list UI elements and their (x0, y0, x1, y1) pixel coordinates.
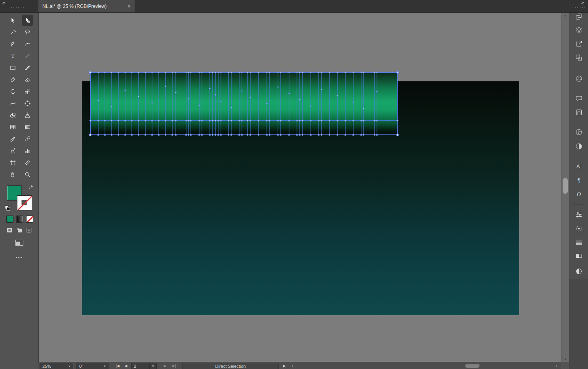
artboards-icon (575, 54, 583, 62)
sliders-icon (575, 211, 583, 219)
tool-symbol-sprayer[interactable] (7, 145, 18, 156)
panel-artboards-button[interactable] (573, 52, 584, 63)
scroll-left-icon[interactable]: ‹ (289, 362, 295, 369)
horizontal-scroll-thumb[interactable] (465, 364, 480, 368)
draw-normal-button[interactable] (6, 227, 13, 234)
current-tool-status[interactable]: Direct Selection (182, 363, 279, 369)
canvas-area[interactable] (38, 12, 561, 362)
panel-comments-button[interactable] (573, 93, 584, 104)
default-fill-stroke-icon[interactable] (5, 205, 10, 211)
edit-toolbar-button[interactable]: ••• (0, 255, 38, 260)
close-tab-icon[interactable]: × (127, 4, 131, 9)
horizontal-scrollbar[interactable] (295, 362, 554, 369)
scroll-down-icon[interactable]: ∨ (561, 357, 569, 361)
zoom-chevron-icon[interactable]: ∨ (66, 363, 73, 369)
panel-color-button[interactable] (573, 127, 584, 138)
collapse-left-panel-icon[interactable]: « (2, 0, 5, 6)
panel-sliders-button[interactable] (573, 209, 584, 220)
gradient-button[interactable] (16, 216, 23, 223)
tool-gradient[interactable] (22, 121, 33, 132)
tool-selection[interactable] (7, 15, 18, 26)
tool-lasso[interactable] (22, 26, 33, 38)
none-button[interactable] (26, 216, 33, 223)
document-tab[interactable]: NL.ai* @ 25 % (RGB/Preview) × (38, 0, 135, 12)
scroll-up-icon[interactable]: ∧ (561, 14, 569, 18)
tool-column-graph[interactable] (22, 145, 33, 156)
color-button[interactable] (6, 216, 13, 223)
panel-layers-button[interactable] (573, 25, 584, 36)
tool-eyedropper[interactable] (7, 133, 18, 144)
tool-scale[interactable] (22, 86, 33, 97)
change-screen-mode-button[interactable] (15, 239, 24, 246)
panel-transparency-button[interactable] (573, 266, 584, 277)
layers-icon (575, 26, 583, 34)
none-slash-icon (26, 216, 33, 223)
panel-libraries-button[interactable] (573, 107, 584, 118)
panel-texture-button[interactable] (573, 223, 584, 234)
panel-character-button[interactable]: A (573, 161, 584, 172)
panel-color-wheel-button[interactable] (573, 73, 584, 84)
vertical-scroll-thumb[interactable] (563, 178, 568, 194)
tab-bar: « NL.ai* @ 25 % (RGB/Preview) × (0, 0, 588, 13)
tool-mesh[interactable] (7, 121, 18, 132)
svg-text:¶: ¶ (578, 178, 580, 184)
zoom-level-dropdown[interactable]: 25% ∨ (40, 363, 73, 369)
rectangle-tool-icon (10, 64, 16, 71)
stroke-swatch[interactable] (17, 195, 32, 210)
toolbox-grip[interactable] (10, 6, 25, 8)
tool-zoom[interactable] (22, 169, 33, 180)
first-artboard-button[interactable]: |◀ (114, 362, 122, 369)
tool-width[interactable] (7, 98, 18, 109)
swap-fill-stroke-icon[interactable] (29, 185, 34, 190)
tool-free-transform[interactable] (22, 98, 33, 109)
panel-paragraph-button[interactable]: ¶ (573, 175, 584, 186)
panel-export-button[interactable] (573, 38, 584, 49)
tool-paintbrush[interactable] (22, 62, 33, 73)
tool-blend[interactable] (22, 133, 33, 144)
vertical-scrollbar[interactable]: ∧ ∨ (561, 12, 569, 362)
rotation-dropdown[interactable]: 0° ∨ (76, 363, 108, 369)
tool-shape-builder[interactable] (7, 110, 18, 121)
artboard-number-dropdown[interactable]: 2 ∨ (131, 363, 157, 369)
zoom-tool-icon (24, 171, 31, 178)
collapse-right-dock-icon[interactable]: « (581, 0, 584, 6)
tool-rectangle[interactable] (7, 62, 18, 73)
tool-magic-wand[interactable] (7, 26, 18, 38)
gradient-mesh-object[interactable] (90, 72, 398, 135)
stroke-none-slash-icon (18, 195, 32, 210)
rotation-chevron-icon[interactable]: ∨ (101, 363, 108, 369)
last-artboard-button[interactable]: ▶| (170, 362, 178, 369)
tool-pen[interactable] (7, 38, 18, 49)
character-icon: A (575, 162, 583, 170)
selection-tool-icon (10, 17, 16, 24)
tool-perspective-grid[interactable] (22, 110, 33, 121)
draw-behind-button[interactable] (16, 227, 23, 234)
current-tool-label: Direct Selection (215, 364, 245, 369)
dock-grip[interactable] (572, 6, 585, 8)
scroll-right-icon[interactable]: › (554, 362, 559, 369)
svg-text:T: T (11, 53, 14, 59)
panel-plugins-button[interactable] (573, 11, 584, 22)
tool-shaper[interactable] (7, 74, 18, 85)
panel-appearance-button[interactable] (573, 250, 584, 261)
status-flyout-icon[interactable]: ▶ (281, 362, 287, 369)
tool-hand[interactable] (7, 169, 18, 180)
column-graph-tool-icon (24, 148, 31, 154)
panel-gradient-sphere-button[interactable] (573, 141, 584, 152)
mesh-tool-icon (10, 124, 16, 131)
tool-slice[interactable] (22, 157, 33, 168)
artboard-chevron-icon[interactable]: ∨ (149, 363, 156, 369)
tool-direct-selection[interactable] (22, 15, 33, 26)
tool-rotate[interactable] (7, 86, 18, 97)
panel-opentype-button[interactable]: O (573, 189, 584, 200)
tool-eraser[interactable] (22, 74, 33, 85)
tool-line-segment[interactable] (22, 50, 33, 61)
draw-inside-button[interactable] (25, 227, 32, 234)
tool-curvature[interactable] (22, 38, 33, 49)
comments-icon (575, 95, 583, 102)
previous-artboard-button[interactable]: ◀ (123, 362, 129, 369)
next-artboard-button[interactable]: ▶ (162, 362, 168, 369)
tool-type[interactable]: T (7, 50, 18, 61)
tool-artboard[interactable] (7, 157, 18, 168)
panel-stroke-button[interactable] (573, 237, 584, 248)
